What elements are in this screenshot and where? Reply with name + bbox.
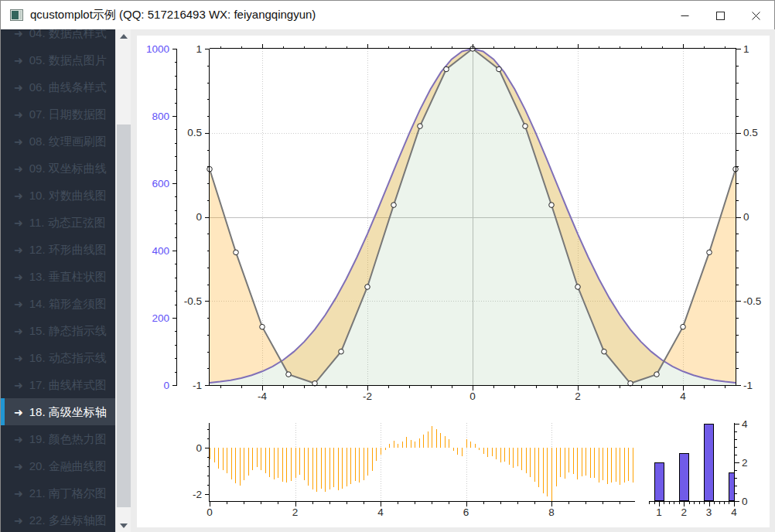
- plot-canvas[interactable]: -4-2024-1-0.500.51-1-0.500.5102004006008…: [137, 36, 770, 527]
- scroll-down-button[interactable]: [116, 519, 131, 532]
- arrow-icon: ➜: [14, 514, 23, 527]
- close-icon: [752, 12, 760, 20]
- sidebar-item-06[interactable]: ➜06. 曲线条样式: [1, 73, 115, 101]
- arrow-icon: ➜: [14, 352, 23, 364]
- scroll-up-button[interactable]: [116, 29, 131, 43]
- svg-text:0: 0: [163, 380, 169, 391]
- sidebar-item-list: ➜04. 数据点样式➜05. 数据点图片➜06. 曲线条样式➜07. 日期数据图…: [1, 29, 115, 532]
- sidebar-item-19[interactable]: ➜19. 颜色热力图: [1, 425, 115, 452]
- sidebar-item-18[interactable]: ➜18. 高级坐标轴: [1, 398, 115, 425]
- minimize-button[interactable]: [667, 2, 702, 29]
- sidebar-item-label: 07. 日期数据图: [29, 107, 107, 121]
- svg-text:1: 1: [743, 43, 749, 55]
- svg-text:2: 2: [292, 506, 299, 518]
- sidebar-item-label: 22. 多坐标轴图: [29, 513, 107, 527]
- arrow-icon: ➜: [14, 189, 23, 202]
- arrow-icon: ➜: [14, 29, 23, 39]
- sidebar-scrollbar[interactable]: [115, 29, 131, 532]
- series-random-walk: [210, 426, 633, 501]
- svg-text:6: 6: [463, 506, 469, 518]
- sidebar-item-label: 12. 环形曲线图: [29, 243, 107, 256]
- sidebar-item-05[interactable]: ➜05. 数据点图片: [1, 46, 115, 73]
- sidebar-item-10[interactable]: ➜10. 对数曲线图: [1, 182, 115, 209]
- sidebar-item-label: 18. 高级坐标轴: [29, 405, 107, 418]
- arrow-icon: ➜: [14, 271, 23, 283]
- sub-axis-labels: 024680-2: [193, 442, 555, 519]
- sidebar-item-label: 16. 动态指示线: [29, 351, 107, 364]
- sidebar-item-label: 11. 动态正弦图: [29, 216, 106, 229]
- maximize-icon: [716, 12, 725, 20]
- sidebar-menu: ➜04. 数据点样式➜05. 数据点图片➜06. 曲线条样式➜07. 日期数据图…: [1, 29, 115, 532]
- sidebar-item-label: 15. 静态指示线: [29, 324, 107, 337]
- close-button[interactable]: [738, 2, 773, 29]
- scrollbar-thumb[interactable]: [117, 124, 131, 507]
- sidebar-item-13[interactable]: ➜13. 垂直柱状图: [1, 263, 115, 290]
- svg-text:4: 4: [377, 506, 384, 518]
- svg-text:1: 1: [656, 506, 662, 518]
- arrow-icon: ➜: [14, 135, 23, 148]
- sidebar-item-label: 04. 数据点样式: [29, 29, 107, 39]
- series-bars: [654, 425, 739, 501]
- chevron-up-icon: [120, 34, 128, 39]
- qcustomplot-widget[interactable]: -4-2024-1-0.500.51-1-0.500.5102004006008…: [137, 36, 770, 527]
- sidebar-item-07[interactable]: ➜07. 日期数据图: [1, 101, 115, 128]
- sidebar-item-15[interactable]: ➜15. 静态指示线: [1, 317, 115, 344]
- svg-text:0: 0: [207, 506, 213, 518]
- arrow-icon: ➜: [14, 244, 23, 256]
- sidebar-item-label: 20. 金融曲线图: [29, 459, 107, 472]
- svg-text:-2: -2: [193, 489, 202, 500]
- sidebar-item-label: 17. 曲线样式图: [29, 378, 107, 391]
- arrow-icon: ➜: [14, 108, 23, 121]
- arrow-icon: ➜: [14, 379, 23, 391]
- window-title: qcustomplot示例 (QQ: 517216493 WX: feiyang…: [30, 8, 316, 22]
- svg-text:0: 0: [469, 390, 476, 402]
- svg-text:600: 600: [152, 178, 169, 189]
- arrow-icon: ➜: [14, 460, 23, 472]
- arrow-icon: ➜: [14, 81, 23, 94]
- svg-text:0: 0: [196, 442, 202, 454]
- svg-text:800: 800: [152, 111, 169, 122]
- svg-text:4: 4: [731, 506, 737, 518]
- sidebar-item-09[interactable]: ➜09. 双坐标曲线: [1, 155, 115, 182]
- sidebar-item-11[interactable]: ➜11. 动态正弦图: [1, 209, 115, 236]
- svg-text:-4: -4: [258, 390, 267, 402]
- sidebar-item-22[interactable]: ➜22. 多坐标轴图: [1, 506, 115, 532]
- sidebar-item-04[interactable]: ➜04. 数据点样式: [1, 29, 115, 46]
- arrow-icon: ➜: [14, 433, 23, 445]
- sidebar-item-21[interactable]: ➜21. 南丁格尔图: [1, 479, 115, 506]
- sidebar-item-12[interactable]: ➜12. 环形曲线图: [1, 236, 115, 263]
- svg-text:1000: 1000: [146, 43, 169, 55]
- sidebar-item-08[interactable]: ➜08. 纹理画刷图: [1, 128, 115, 155]
- arrow-icon: ➜: [14, 217, 23, 229]
- svg-text:0: 0: [742, 496, 748, 507]
- maximize-button[interactable]: [702, 2, 738, 29]
- app-window: qcustomplot示例 (QQ: 517216493 WX: feiyang…: [0, 0, 775, 532]
- sidebar-item-20[interactable]: ➜20. 金融曲线图: [1, 452, 115, 479]
- window-controls: [667, 2, 773, 29]
- sidebar-item-label: 06. 曲线条样式: [29, 80, 107, 94]
- svg-text:0.5: 0.5: [187, 127, 202, 138]
- svg-text:4: 4: [680, 390, 686, 402]
- minimize-icon: [681, 12, 689, 20]
- svg-text:-0.5: -0.5: [184, 295, 202, 307]
- svg-text:200: 200: [152, 312, 169, 324]
- sidebar-item-label: 05. 数据点图片: [29, 53, 107, 66]
- chevron-down-icon: [120, 523, 128, 528]
- svg-text:-1: -1: [193, 380, 202, 391]
- sidebar-item-label: 19. 颜色热力图: [29, 432, 107, 445]
- svg-text:0: 0: [743, 211, 749, 223]
- title-bar: qcustomplot示例 (QQ: 517216493 WX: feiyang…: [1, 1, 774, 29]
- svg-text:0: 0: [196, 211, 202, 223]
- arrow-icon: ➜: [14, 298, 23, 310]
- svg-text:4: 4: [742, 418, 748, 430]
- arrow-icon: ➜: [14, 54, 23, 66]
- sidebar-item-14[interactable]: ➜14. 箱形盒须图: [1, 290, 115, 317]
- sidebar-item-label: 08. 纹理画刷图: [29, 135, 107, 148]
- svg-text:1: 1: [196, 43, 202, 55]
- svg-text:0.5: 0.5: [743, 127, 758, 138]
- svg-text:2: 2: [742, 457, 748, 469]
- sidebar-item-label: 21. 南丁格尔图: [29, 486, 107, 500]
- plot-pane: -4-2024-1-0.500.51-1-0.500.5102004006008…: [131, 29, 775, 532]
- sidebar-item-16[interactable]: ➜16. 动态指示线: [1, 344, 115, 371]
- sidebar-item-17[interactable]: ➜17. 曲线样式图: [1, 371, 115, 398]
